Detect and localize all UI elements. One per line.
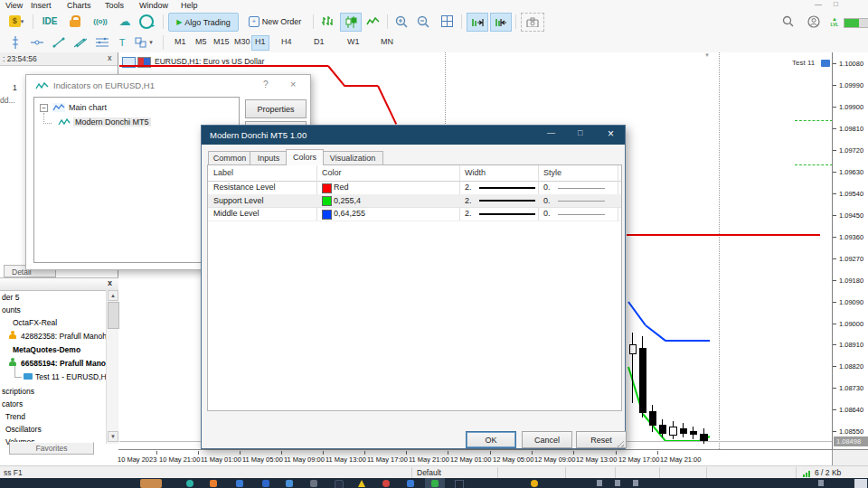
candlestick-chart-button[interactable] xyxy=(340,13,362,32)
width-value[interactable]: 2. xyxy=(465,209,472,218)
timeframe-mn[interactable]: MN xyxy=(378,35,396,49)
channel-tool[interactable] xyxy=(72,33,89,51)
col-style[interactable]: Style xyxy=(543,165,561,177)
width-value[interactable]: 2. xyxy=(465,183,472,192)
timeframe-d1[interactable]: D1 xyxy=(311,35,327,49)
window-minimize-button[interactable]: — xyxy=(815,0,822,8)
taskbar-icon[interactable] xyxy=(210,480,217,487)
cloud-button[interactable]: ☁ xyxy=(116,13,134,30)
properties-button[interactable]: Properties xyxy=(245,99,307,118)
bar-chart-button[interactable] xyxy=(318,13,336,30)
timeframe-m15[interactable]: M15 xyxy=(211,35,232,49)
screenshot-button[interactable] xyxy=(521,13,544,32)
nav-item-oscillators[interactable]: Oscillators xyxy=(5,425,42,434)
menu-insert[interactable]: Insert xyxy=(31,1,52,10)
taskbar-icon[interactable] xyxy=(236,480,243,487)
level-button[interactable]: ▲ LVL xyxy=(827,13,842,30)
cancel-button[interactable]: Cancel xyxy=(522,431,572,448)
table-row[interactable]: Resistance Level Red 2. 0. xyxy=(208,181,621,195)
table-row[interactable]: Support Level 0,255,4 2. 0. xyxy=(208,194,621,208)
color-swatch[interactable] xyxy=(322,196,332,206)
donchi-titlebar[interactable]: Modern Donchi MT5 1.00 — □ × xyxy=(202,126,625,145)
timeframe-h4[interactable]: H4 xyxy=(278,35,295,49)
search-button[interactable] xyxy=(779,13,796,30)
style-value[interactable]: 0. xyxy=(543,183,551,192)
show-desktop-button[interactable] xyxy=(854,479,867,488)
taskbar-tray-icon[interactable] xyxy=(633,480,638,486)
close-icon[interactable]: × xyxy=(608,127,614,140)
close-icon[interactable]: x xyxy=(108,53,112,62)
taskbar-icon[interactable] xyxy=(186,480,193,487)
algo-trading-button[interactable]: ▶ Algo Trading xyxy=(168,13,239,32)
menu-charts[interactable]: Charts xyxy=(67,1,91,10)
new-order-button[interactable]: + New Order xyxy=(242,13,307,30)
color-value[interactable]: 0,64,255 xyxy=(334,209,365,218)
style-value[interactable]: 0. xyxy=(543,209,551,218)
color-swatch[interactable] xyxy=(322,183,332,193)
menu-window[interactable]: Window xyxy=(139,1,168,10)
window-maximize-button[interactable]: □ xyxy=(834,0,838,8)
horizontal-line-tool[interactable] xyxy=(29,33,45,51)
taskbar-tray-icon[interactable] xyxy=(818,480,824,486)
taskbar-active-slot[interactable] xyxy=(425,478,445,488)
account-currency-button[interactable]: $ ▾ xyxy=(4,13,29,30)
shapes-tool[interactable]: ▾ xyxy=(132,33,156,51)
scroll-up-icon[interactable]: ▲ xyxy=(108,290,118,301)
web-services-button[interactable]: + xyxy=(137,13,156,30)
taskbar-avatar[interactable] xyxy=(140,479,162,488)
taskbar-tray-icon[interactable] xyxy=(615,480,620,486)
tab-colors[interactable]: Colors xyxy=(286,149,324,165)
nav-item-trend[interactable]: Trend xyxy=(5,412,25,421)
tree-expand-icon[interactable]: − xyxy=(40,104,48,112)
timeframe-m5[interactable]: M5 xyxy=(193,35,210,49)
color-value[interactable]: 0,255,4 xyxy=(334,196,361,205)
taskbar-icon[interactable] xyxy=(335,480,344,488)
taskbar-icon[interactable] xyxy=(531,480,538,487)
menu-tools[interactable]: Tools xyxy=(105,1,124,10)
market-lock-button[interactable] xyxy=(67,13,83,30)
scroll-thumb[interactable] xyxy=(108,302,119,329)
nav-item-octafx-real[interactable]: OctaFX-Real xyxy=(13,318,57,327)
maximize-icon[interactable]: □ xyxy=(578,128,582,137)
taskbar-icon[interactable] xyxy=(358,480,365,487)
tab-visualization[interactable]: Visualization xyxy=(322,151,383,164)
col-color[interactable]: Color xyxy=(322,165,342,177)
table-row[interactable]: Middle Level 0,64,255 2. 0. xyxy=(208,207,621,221)
zoom-in-button[interactable] xyxy=(392,13,410,30)
taskbar-icon[interactable] xyxy=(310,480,317,487)
tile-windows-button[interactable] xyxy=(438,13,456,30)
taskbar-icon[interactable] xyxy=(262,480,269,487)
tab-inputs[interactable]: Inputs xyxy=(250,151,288,164)
taskbar-tray-icon[interactable] xyxy=(597,480,602,486)
scroll-down-icon[interactable]: ▼ xyxy=(108,431,118,442)
timeframe-m1[interactable]: M1 xyxy=(172,35,189,49)
color-swatch[interactable] xyxy=(322,210,332,220)
nav-item-account-42882358[interactable]: 42882358: Prafull Manoha xyxy=(21,332,111,341)
fibonacci-tool[interactable] xyxy=(94,33,110,51)
col-label[interactable]: Label xyxy=(213,165,233,177)
minimize-icon[interactable]: — xyxy=(547,128,555,137)
style-value[interactable]: 0. xyxy=(543,196,551,205)
text-tool[interactable]: T xyxy=(116,33,128,51)
profile-button[interactable] xyxy=(806,13,822,30)
tab-common[interactable]: Common xyxy=(208,151,251,164)
ok-button[interactable]: OK xyxy=(466,431,516,448)
status-profile[interactable]: Default xyxy=(417,468,441,477)
price-axis[interactable]: 1.10080 1.09990 1.09900 1.09810 1.09720 … xyxy=(832,52,868,449)
nav-item-subscriptions[interactable]: scriptions xyxy=(2,387,34,396)
resize-grip[interactable] xyxy=(616,440,624,448)
zoom-out-button[interactable] xyxy=(414,13,432,30)
signals-button[interactable]: ((o)) xyxy=(89,13,112,30)
timeframe-w1[interactable]: W1 xyxy=(344,35,363,49)
vertical-line-tool[interactable] xyxy=(7,33,24,51)
tree-child-label[interactable]: Modern Donchi MT5 xyxy=(73,117,151,127)
line-chart-button[interactable] xyxy=(363,13,382,30)
timeframe-h1[interactable]: H1 xyxy=(251,35,269,51)
menu-view[interactable]: View xyxy=(5,1,23,10)
taskbar-icon[interactable] xyxy=(382,480,390,487)
width-value[interactable]: 2. xyxy=(465,196,472,205)
taskbar-icon[interactable] xyxy=(407,480,414,487)
time-axis[interactable]: 10 May 2023 10 May 21:00 11 May 01:00 11… xyxy=(0,449,868,465)
scrollbar[interactable]: ▲ ▼ xyxy=(106,290,118,444)
taskbar-icon[interactable] xyxy=(455,480,464,488)
